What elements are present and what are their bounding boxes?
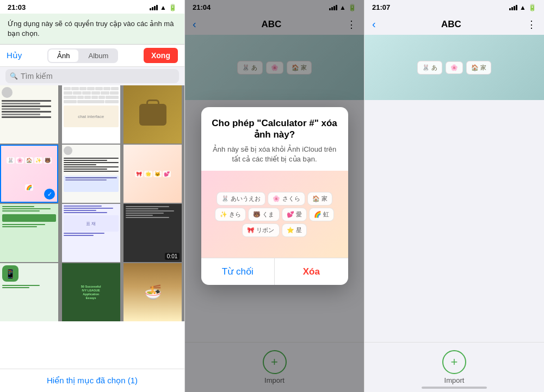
permission-text: Ứng dụng này sẽ có quyền truy cập vào cá…	[8, 20, 174, 38]
battery-icon-1: 🔋	[169, 4, 177, 11]
import-button-3[interactable]: +	[442, 350, 466, 374]
ds-item-4: ✨ きら	[215, 208, 246, 221]
status-time-1: 21:03	[8, 3, 26, 11]
dialog-actions: Từ chối Xóa	[201, 258, 348, 285]
wifi-icon-1: ▲	[160, 4, 166, 11]
photo-cell-stickers[interactable]: 🐰 🌸 🏠 ✨ 🐻 🌈 ✓	[0, 145, 58, 203]
photo-cell-article[interactable]	[62, 145, 120, 203]
empty-content-area	[364, 100, 544, 345]
phone-panel-3: 21:07 ▲ 🔋 ‹ ABC ⋮ 🐰 あ 🌸 🏠 家 + Import	[364, 0, 544, 392]
photo-grid: chat interface 🐰 🌸 🏠 ✨ 🐻 🌈 ✓	[0, 85, 184, 321]
tab-photo-button[interactable]: Ảnh	[48, 49, 78, 62]
nav-title-3: ABC	[441, 19, 461, 30]
tab-album-button[interactable]: Album	[79, 49, 117, 62]
ds-item-6: 💕 愛	[282, 208, 307, 221]
signal-icon-1	[150, 4, 158, 10]
cancel-button[interactable]: Hủy	[7, 51, 22, 60]
photo-cell-finance[interactable]: 표 재	[62, 204, 120, 262]
dialog-sticker-scene: 🐰 あいうえお 🌸 さくら 🏠 家 ✨ きら 🐻 くま 💕 愛 🌈 虹 🎀 リボ…	[201, 171, 348, 258]
ds-item-7: 🌈 虹	[309, 208, 334, 221]
photo-cell-dark[interactable]: 0:01	[123, 204, 182, 262]
status-icons-1: ▲ 🔋	[150, 4, 177, 11]
ds-item-1: 🐰 あいうえお	[217, 192, 265, 206]
search-bar-row	[0, 67, 184, 85]
photo-cell-cute-tags[interactable]: 🎀 🌟 🐱 💕	[123, 145, 182, 203]
tabs-row: Hủy Ảnh Album Xong	[0, 45, 184, 67]
dialog-cancel-button[interactable]: Từ chối	[201, 258, 275, 285]
search-wrapper	[5, 69, 179, 83]
book-title: 50 SuccessfulIVY LEAGUEApplicationEssays	[81, 285, 101, 301]
photo-cell-keyboard[interactable]: chat interface	[62, 85, 120, 144]
dialog-header: Cho phép "Calculator #" xóa ảnh này? Ảnh…	[201, 107, 348, 171]
photo-cell-news[interactable]	[0, 85, 58, 144]
dialog-title: Cho phép "Calculator #" xóa ảnh này?	[210, 118, 339, 140]
permission-banner: Ứng dụng này sẽ có quyền truy cập vào cá…	[0, 14, 184, 45]
bottom-bar-1: Hiển thị mục đã chọn (1)	[0, 369, 184, 392]
done-button[interactable]: Xong	[144, 48, 178, 63]
top-strip-stickers-3: 🐰 あ 🌸 🏠 家	[412, 55, 497, 80]
more-button-3[interactable]: ⋮	[527, 18, 536, 30]
p3-sticker-3: 🏠 家	[466, 61, 491, 74]
ds-item-3: 🏠 家	[307, 192, 332, 206]
status-bar-3: 21:07 ▲ 🔋	[364, 0, 544, 14]
ds-item-2: 🌸 さくら	[268, 192, 305, 206]
back-button-3[interactable]: ‹	[372, 18, 376, 30]
dialog-body-text: Ảnh này sẽ bị xóa khỏi Ảnh iCloud trên t…	[210, 145, 339, 164]
wifi-icon-3: ▲	[520, 4, 526, 11]
phone-panel-2: 21:04 ▲ 🔋 ‹ ABC ⋮ 🐰 あ 🌸 🏠 家 Cho ph	[185, 0, 364, 392]
phone-panel-1: 21:03 ▲ 🔋 Ứng dụng này sẽ có quyền truy …	[0, 0, 185, 392]
home-indicator-3	[422, 387, 487, 389]
status-icons-3: ▲ 🔋	[509, 4, 536, 11]
battery-icon-3: 🔋	[528, 4, 536, 11]
dialog-overlay: Cho phép "Calculator #" xóa ảnh này? Ảnh…	[185, 0, 364, 392]
ds-item-9: ⭐ 星	[282, 223, 307, 237]
top-photo-strip-3: 🐰 あ 🌸 🏠 家	[364, 35, 544, 100]
dialog-delete-button[interactable]: Xóa	[275, 258, 348, 285]
p3-sticker-1: 🐰 あ	[417, 61, 442, 74]
nav-bar-3: ‹ ABC ⋮	[364, 14, 544, 35]
show-selected-link[interactable]: Hiển thị mục đã chọn (1)	[47, 376, 138, 385]
bottom-bar-3: + Import	[364, 342, 544, 392]
photo-cell-noodles[interactable]: 🍜	[123, 263, 182, 321]
dialog-box: Cho phép "Calculator #" xóa ảnh này? Ảnh…	[201, 107, 348, 285]
dialog-photo: 🐰 あいうえお 🌸 さくら 🏠 家 ✨ きら 🐻 くま 💕 愛 🌈 虹 🎀 リボ…	[201, 171, 348, 258]
ds-item-8: 🎀 リボン	[242, 223, 279, 237]
photo-cell-green-app2[interactable]: 📱	[0, 263, 58, 321]
photo-cell-bag[interactable]	[123, 85, 182, 144]
video-duration: 0:01	[165, 253, 180, 260]
search-input[interactable]	[5, 69, 179, 83]
status-bar-1: 21:03 ▲ 🔋	[0, 0, 184, 14]
p3-sticker-2: 🌸	[446, 61, 463, 74]
photo-cell-book[interactable]: 50 SuccessfulIVY LEAGUEApplicationEssays	[62, 263, 120, 321]
status-time-3: 21:07	[372, 3, 390, 11]
photo-cell-screenshot[interactable]	[0, 204, 58, 262]
ds-item-5: 🐻 くま	[248, 208, 279, 221]
signal-icon-3	[509, 4, 517, 10]
tab-group: Ảnh Album	[47, 48, 118, 63]
import-label-3: Import	[444, 376, 465, 384]
